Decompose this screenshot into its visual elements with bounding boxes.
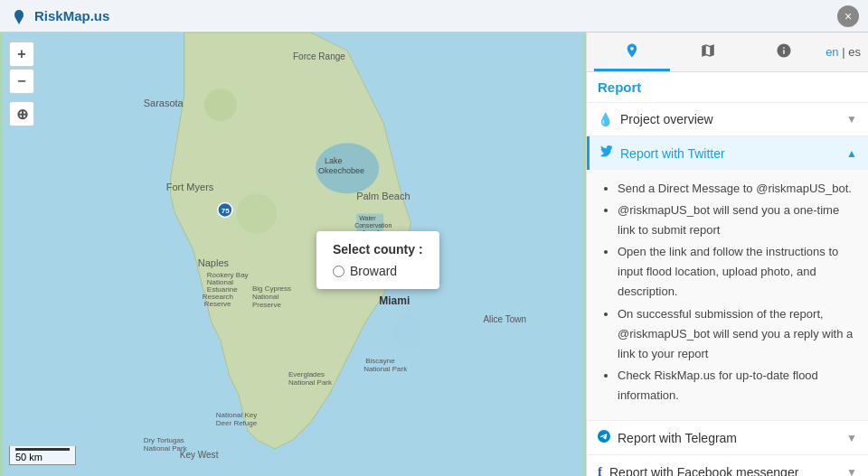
svg-text:Sarasota: Sarasota: [144, 98, 184, 108]
telegram-label: Report with Telegram: [618, 431, 839, 445]
svg-text:Deer Refuge: Deer Refuge: [216, 419, 258, 427]
svg-text:National: National: [252, 293, 279, 301]
info-tab-icon: [776, 42, 792, 59]
popup-title: Select county :: [333, 242, 423, 257]
svg-text:Dry Tortugas: Dry Tortugas: [144, 436, 184, 444]
logo-text: RiskMap.us: [34, 8, 109, 23]
svg-text:Okeechobee: Okeechobee: [318, 166, 364, 175]
accordion-facebook: f Report with Facebook messenger ▼: [587, 455, 868, 476]
tab-bar: en | es: [587, 33, 868, 72]
svg-text:Water: Water: [359, 215, 376, 221]
svg-point-6: [392, 313, 420, 350]
svg-text:National Key: National Key: [216, 411, 257, 419]
accordion-telegram: Report with Telegram ▼: [587, 421, 868, 455]
facebook-icon: f: [598, 464, 602, 476]
main-layout: Sarasota Fort Myers Palm Beach Miami Nap…: [0, 33, 868, 476]
locate-button[interactable]: ⊕: [9, 101, 34, 126]
svg-point-8: [237, 193, 277, 233]
twitter-chevron: ▲: [846, 147, 857, 160]
svg-text:Reserve: Reserve: [204, 300, 231, 308]
svg-text:Miami: Miami: [379, 294, 410, 307]
svg-marker-1: [14, 16, 24, 24]
broward-radio[interactable]: [333, 266, 344, 277]
accordion-body-twitter: Send a Direct Message to @riskmapUS_bot.…: [587, 170, 868, 420]
twitter-step-4: On successful submission of the report, …: [618, 304, 854, 364]
county-popup[interactable]: Select county : Broward: [316, 231, 439, 289]
telegram-icon: [598, 430, 610, 445]
tab-map[interactable]: [670, 33, 746, 71]
svg-text:Biscayne: Biscayne: [365, 357, 395, 365]
logo-icon: [9, 6, 29, 26]
svg-text:75: 75: [222, 207, 230, 215]
facebook-label: Report with Facebook messenger: [609, 465, 839, 476]
language-switcher[interactable]: en | es: [826, 45, 861, 59]
svg-text:Conservation: Conservation: [354, 222, 392, 229]
map-tab-icon: [700, 42, 716, 59]
logo: RiskMap.us: [9, 6, 109, 26]
svg-text:Force Range: Force Range: [293, 51, 345, 61]
twitter-icon: [600, 145, 613, 161]
accordion-twitter: Report with Twitter ▲ Send a Direct Mess…: [587, 136, 868, 421]
telegram-chevron: ▼: [846, 432, 857, 444]
report-tab-icon: [624, 42, 640, 59]
right-panel: en | es Report 💧 Project overview ▼: [586, 33, 868, 476]
svg-text:Lake: Lake: [325, 156, 343, 165]
scale-label: 50 km: [15, 452, 42, 462]
accordion-project-overview: 💧 Project overview ▼: [587, 103, 868, 136]
map-controls: + − ⊕: [9, 42, 34, 126]
lang-es[interactable]: es: [848, 45, 861, 59]
twitter-step-3: Open the link and follow the instruction…: [618, 242, 854, 302]
close-button[interactable]: ×: [837, 5, 859, 27]
twitter-step-1: Send a Direct Message to @riskmapUS_bot.: [618, 179, 854, 199]
twitter-step-5: Check RiskMap.us for up-to-date flood in…: [618, 366, 854, 406]
lang-separator: |: [842, 45, 844, 59]
svg-text:Preserve: Preserve: [252, 301, 282, 309]
tab-report[interactable]: [594, 33, 670, 71]
panel-title: Report: [587, 72, 868, 103]
county-option-broward[interactable]: Broward: [333, 264, 423, 278]
lang-en[interactable]: en: [826, 45, 838, 59]
broward-label: Broward: [350, 264, 397, 278]
svg-text:National Park: National Park: [288, 378, 333, 387]
facebook-chevron: ▼: [846, 466, 857, 476]
project-overview-chevron: ▼: [846, 113, 857, 126]
project-overview-icon: 💧: [598, 112, 613, 126]
accordion-header-telegram[interactable]: Report with Telegram ▼: [587, 421, 868, 454]
zoom-in-button[interactable]: +: [9, 42, 34, 67]
twitter-instructions: Send a Direct Message to @riskmapUS_bot.…: [601, 179, 854, 406]
svg-text:National Park: National Park: [144, 444, 188, 453]
twitter-label: Report with Twitter: [620, 146, 839, 161]
svg-text:Palm Beach: Palm Beach: [356, 191, 410, 201]
scale-bar: 50 km: [9, 446, 76, 465]
accordion-header-project-overview[interactable]: 💧 Project overview ▼: [587, 103, 868, 135]
svg-text:Everglades: Everglades: [288, 370, 325, 378]
accordion-header-twitter[interactable]: Report with Twitter ▲: [587, 136, 868, 170]
svg-text:Naples: Naples: [198, 257, 230, 268]
svg-text:Fort Myers: Fort Myers: [166, 182, 214, 192]
svg-text:Alice Town: Alice Town: [483, 314, 526, 324]
svg-text:Big Cypress: Big Cypress: [252, 285, 291, 293]
panel-content: Report 💧 Project overview ▼ Report with …: [587, 72, 868, 476]
accordion-header-facebook[interactable]: f Report with Facebook messenger ▼: [587, 455, 868, 476]
project-overview-label: Project overview: [620, 112, 839, 126]
header: RiskMap.us ×: [0, 0, 868, 33]
twitter-step-2: @riskmapUS_bot will send you a one-time …: [618, 201, 854, 240]
tab-info[interactable]: [746, 33, 822, 71]
svg-point-7: [204, 89, 237, 121]
zoom-out-button[interactable]: −: [9, 69, 34, 94]
map-canvas: Sarasota Fort Myers Palm Beach Miami Nap…: [0, 33, 586, 476]
svg-text:National Park: National Park: [363, 365, 408, 373]
map-area[interactable]: Sarasota Fort Myers Palm Beach Miami Nap…: [0, 33, 586, 476]
